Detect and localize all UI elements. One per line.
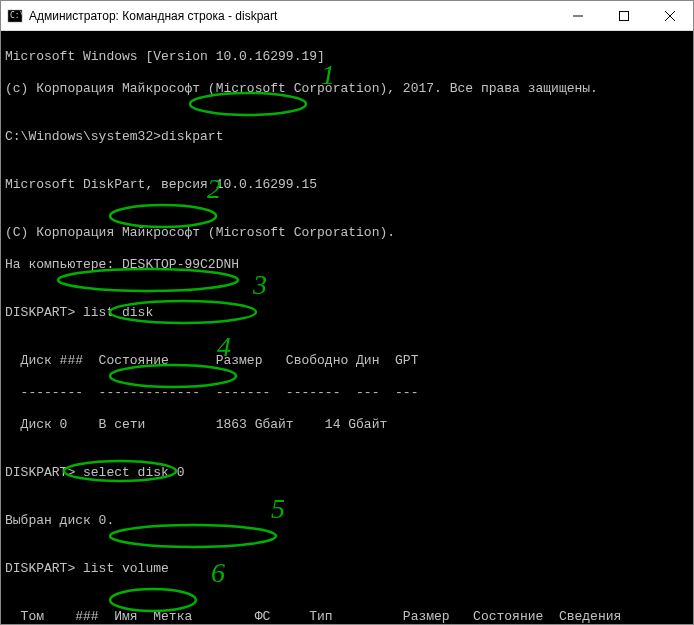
table-header: Том ### Имя Метка ФС Тип Размер Состояни… [5,609,689,624]
svg-point-7 [110,205,216,227]
close-button[interactable] [647,1,693,30]
output-line: На компьютере: DESKTOP-99C2DNH [5,257,689,273]
prompt-line: DISKPART> list volume [5,561,689,577]
table-divider: -------- ------------- ------- ------- -… [5,385,689,401]
cmd-window: C:\ Администратор: Командная строка - di… [0,0,694,625]
cmd-icon: C:\ [7,8,23,24]
prompt-line: DISKPART> list disk [5,305,689,321]
minimize-button[interactable] [555,1,601,30]
table-row: Диск 0 В сети 1863 Gбайт 14 Gбайт [5,417,689,433]
output-line: Microsoft Windows [Version 10.0.16299.19… [5,49,689,65]
svg-text:C:\: C:\ [10,11,23,20]
annotation-number-3: 3 [253,277,267,293]
svg-point-13 [110,589,196,611]
svg-point-12 [110,525,276,547]
svg-rect-3 [620,11,629,20]
prompt-line: DISKPART> select disk 0 [5,465,689,481]
prompt-line: C:\Windows\system32>diskpart [5,129,689,145]
terminal-output[interactable]: Microsoft Windows [Version 10.0.16299.19… [1,31,693,624]
window-title: Администратор: Командная строка - diskpa… [29,9,555,23]
table-header: Диск ### Состояние Размер Свободно Дин G… [5,353,689,369]
window-buttons [555,1,693,30]
output-line: (c) Корпорация Майкрософт (Microsoft Cor… [5,81,689,97]
output-line: Microsoft DiskPart, версия 10.0.16299.15 [5,177,689,193]
maximize-button[interactable] [601,1,647,30]
titlebar: C:\ Администратор: Командная строка - di… [1,1,693,31]
output-line: Выбран диск 0. [5,513,689,529]
output-line: (C) Корпорация Майкрософт (Microsoft Cor… [5,225,689,241]
